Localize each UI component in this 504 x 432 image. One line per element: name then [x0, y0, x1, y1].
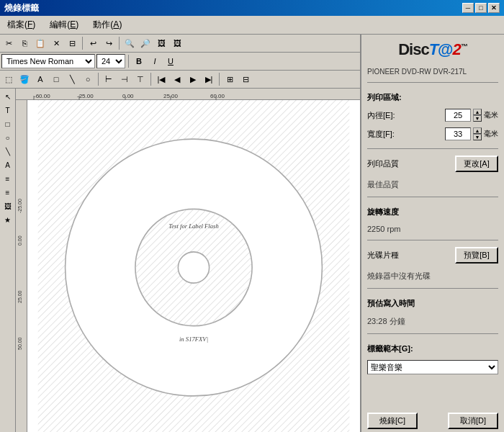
label-script-select[interactable]: 聖樂音樂: [367, 360, 498, 374]
duplicate-button[interactable]: ⊟: [65, 36, 79, 50]
label-script-title: 標籤範本[G]:: [367, 343, 498, 354]
width-spinners: ▲ ▼: [473, 127, 482, 140]
width-value-input[interactable]: [445, 127, 471, 140]
nav-prev[interactable]: ◀: [170, 72, 184, 86]
align-right[interactable]: ⊤: [133, 72, 148, 86]
fill-tool[interactable]: 🪣: [17, 72, 32, 86]
brand-tm: ™: [461, 42, 467, 50]
disc-svg: Test for Label Flash in S17FXV|: [27, 100, 360, 432]
width-input-group: ▲ ▼ 毫米: [445, 127, 498, 140]
svg-point-20: [178, 252, 209, 283]
redo-button[interactable]: ↪: [102, 36, 116, 50]
underline-button[interactable]: U: [163, 54, 178, 68]
sep1: [82, 37, 83, 50]
inner-diameter-row: 內徑[E]: ▲ ▼ 毫米: [367, 109, 498, 122]
width-unit: 毫米: [484, 129, 498, 139]
copy-button[interactable]: ⎘: [17, 36, 32, 50]
canvas-work[interactable]: Test for Label Flash in S17FXV|: [27, 100, 360, 432]
svg-text:-25.00: -25.00: [17, 199, 22, 213]
search-button[interactable]: 🔍: [122, 36, 137, 50]
nav-last[interactable]: ▶|: [202, 72, 216, 86]
menu-file[interactable]: 檔案(F): [3, 17, 40, 32]
ruler-left: -50.00 -25.00 0.00 25.00 50.00: [16, 100, 27, 432]
preview-button[interactable]: 預覽[B]: [455, 247, 498, 264]
toolbar-row-3: ⬚ 🪣 A □ ╲ ○ ⊢ ⊣ ⊤ |◀ ◀ ▶ ▶| ⊞ ⊟: [0, 71, 360, 89]
svg-text:25.00: 25.00: [17, 290, 22, 303]
img2-button[interactable]: 🖼: [170, 36, 184, 50]
side-line-tool[interactable]: ╲: [1, 145, 14, 158]
minimize-button[interactable]: ─: [462, 3, 474, 13]
undo-button[interactable]: ↩: [86, 36, 100, 50]
write-time-title: 預估寫入時間: [367, 298, 498, 309]
shape-tool[interactable]: □: [49, 72, 63, 86]
brand-name: DiscT@2™: [398, 40, 467, 58]
change-quality-button[interactable]: 更改[A]: [455, 156, 498, 172]
bold-button[interactable]: B: [132, 54, 146, 68]
menu-bar: 檔案(F) 編輯(E) 動作(A): [0, 16, 504, 35]
width-label: 寬度[F]:: [367, 129, 395, 140]
window-title: 燒錄標籤: [4, 2, 39, 14]
window-controls: ─ □ ✕: [462, 3, 500, 13]
brand-2: 2: [453, 40, 461, 58]
line-tool[interactable]: ╲: [65, 72, 79, 86]
paste-button[interactable]: 📋: [33, 36, 48, 50]
side-img-tool[interactable]: 🖼: [1, 199, 14, 212]
grid-btn[interactable]: ⊟: [238, 72, 253, 86]
quality-row: 列印品質 更改[A]: [367, 156, 498, 172]
side-wave-tool[interactable]: ≡: [1, 172, 14, 185]
cut-button[interactable]: ✂: [1, 36, 16, 50]
cancel-button[interactable]: 取消[D]: [448, 413, 498, 429]
side-text-tool[interactable]: T: [1, 104, 14, 117]
inner-input-group: ▲ ▼ 毫米: [445, 109, 498, 122]
inner-value-input[interactable]: [445, 109, 471, 122]
action-row: 燒錄[C] 取消[D]: [367, 408, 498, 429]
sep2: [119, 37, 120, 50]
side-special-tool[interactable]: ★: [1, 213, 14, 226]
menu-action[interactable]: 動作(A): [89, 17, 126, 32]
font-size-select[interactable]: 24: [96, 54, 125, 68]
text-tool[interactable]: A: [33, 72, 48, 86]
toolbar-row-2: Times New Roman 24 B I U: [0, 53, 360, 71]
divider-4: [367, 240, 498, 240]
right-panel: DiscT@2™ PIONEER DVD-RW DVR-217L 列印區域: 內…: [360, 35, 504, 432]
left-panel: ✂ ⎘ 📋 ✕ ⊟ ↩ ↪ 🔍 🔎 🖼 🖼 Times New Roman 24…: [0, 35, 360, 432]
side-curve-tool[interactable]: A: [1, 158, 14, 171]
quality-title: 列印品質: [367, 158, 399, 169]
inner-label: 內徑[E]:: [367, 110, 395, 121]
inner-down-button[interactable]: ▼: [473, 115, 482, 122]
width-down-button[interactable]: ▼: [473, 134, 482, 140]
inner-unit: 毫米: [484, 110, 498, 120]
burn-button[interactable]: 燒錄[C]: [367, 413, 418, 429]
width-up-button[interactable]: ▲: [473, 127, 482, 134]
circle-tool[interactable]: ○: [81, 72, 95, 86]
side-list-tool[interactable]: ≡: [1, 186, 14, 199]
canvas-container: -60.00 -25.00 0.00 25.00 60.00: [16, 89, 360, 432]
svg-text:60.00: 60.00: [210, 93, 225, 99]
title-bar: 燒錄標籤 ─ □ ✕: [0, 0, 504, 16]
sep4: [98, 73, 99, 86]
nav-next[interactable]: ▶: [186, 72, 200, 86]
side-circle-tool[interactable]: ○: [1, 131, 14, 144]
align-left[interactable]: ⊢: [102, 72, 116, 86]
svg-text:-60.00: -60.00: [34, 93, 50, 99]
nav-first[interactable]: |◀: [154, 72, 168, 86]
zoom-fit[interactable]: ⊞: [222, 72, 237, 86]
side-rect-tool[interactable]: □: [1, 117, 14, 130]
svg-text:0.00: 0.00: [17, 235, 22, 246]
canvas-area: ↖ T □ ○ ╲ A ≡ ≡ 🖼 ★ -60.00 -25.00 0.00: [0, 89, 360, 432]
close-button[interactable]: ✕: [488, 3, 500, 13]
divider-1: [367, 82, 498, 83]
align-center[interactable]: ⊣: [117, 72, 132, 86]
img1-button[interactable]: 🖼: [154, 36, 168, 50]
italic-button[interactable]: I: [148, 54, 162, 68]
maximize-button[interactable]: □: [475, 3, 487, 13]
inner-up-button[interactable]: ▲: [473, 109, 482, 115]
delete-button[interactable]: ✕: [49, 36, 63, 50]
menu-edit[interactable]: 編輯(E): [45, 17, 83, 32]
font-name-select[interactable]: Times New Roman: [1, 54, 95, 68]
zoom-in-button[interactable]: 🔎: [138, 36, 153, 50]
ruler-top: -60.00 -25.00 0.00 25.00 60.00: [16, 89, 360, 100]
pointer-tool[interactable]: ↖: [1, 90, 14, 103]
toolbar-row-1: ✂ ⎘ 📋 ✕ ⊟ ↩ ↪ 🔍 🔎 🖼 🖼: [0, 35, 360, 53]
select-tool[interactable]: ⬚: [1, 72, 16, 86]
